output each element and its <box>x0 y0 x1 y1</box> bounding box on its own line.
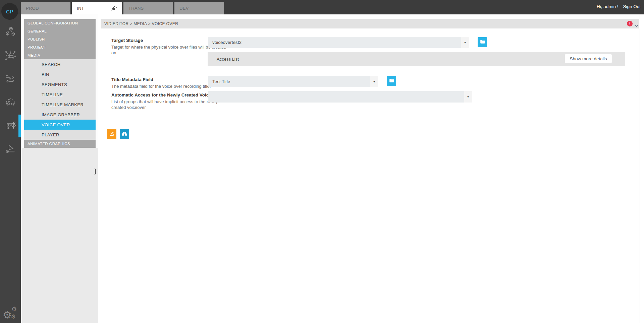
main-content: VIDIEDITOR > MEDIA > VOICE OVER ! Target… <box>98 14 640 323</box>
nav-item-image-grabber[interactable]: IMAGE GRABBER <box>24 110 96 120</box>
tab-prod[interactable]: PROD <box>21 2 70 14</box>
tab-dev[interactable]: DEV <box>174 2 224 14</box>
top-bar: PROD INT TRANS DEV Hi, admin ! Sign Out <box>0 0 644 14</box>
nav-item-media[interactable]: MEDIA <box>24 51 96 59</box>
title-metadata-value: Test Title <box>212 76 230 87</box>
active-section-indicator <box>18 115 21 137</box>
nav-item-timeline-marker[interactable]: TIMELINE MARKER <box>24 100 96 110</box>
dropdown-arrow-icon: ▾ <box>370 76 378 87</box>
plug-icon <box>111 5 117 11</box>
auto-access-label: Automatic Access for the Newly Created V… <box>111 92 221 97</box>
tab-int[interactable]: INT <box>72 2 122 14</box>
title-metadata-browse-button[interactable] <box>387 76 396 86</box>
edit-pencil-icon <box>109 131 114 137</box>
target-storage-browse-button[interactable] <box>478 37 487 47</box>
nav-item-search[interactable]: SEARCH <box>24 59 96 69</box>
building-blocks-icon[interactable] <box>4 26 16 38</box>
search-binoculars-button[interactable] <box>120 129 129 139</box>
tab-label: DEV <box>179 6 189 11</box>
access-list-label: Access List <box>217 52 239 66</box>
nav-item-global-configuration[interactable]: GLOBAL CONFIGURATION <box>24 19 96 27</box>
folder-icon <box>480 40 485 45</box>
nav-item-timeline[interactable]: TIMELINE <box>24 89 96 100</box>
chevron-down-icon[interactable] <box>634 22 639 28</box>
alert-icon[interactable]: ! <box>627 21 633 26</box>
workflow-icon[interactable] <box>4 73 16 85</box>
nav-item-bin[interactable]: BIN <box>24 69 96 79</box>
nav-item-project[interactable]: PROJECT <box>24 43 96 51</box>
title-metadata-label: Title Metadata Field <box>111 77 153 82</box>
nav-item-voice-over[interactable]: VOICE OVER <box>24 120 96 130</box>
tab-trans[interactable]: TRANS <box>123 2 173 14</box>
nav-item-player[interactable]: PLAYER <box>24 130 96 140</box>
target-storage-dropdown[interactable]: voiceovertest2 ▾ <box>208 37 469 48</box>
settings-gears-icon[interactable]: ⚙ ⚙ ⚙ <box>2 305 19 322</box>
config-menu: GLOBAL CONFIGURATION GENERAL PUBLISH PRO… <box>24 19 96 148</box>
show-more-details-button[interactable]: Show more details <box>565 54 612 63</box>
transcode-cycle-icon[interactable] <box>4 96 16 109</box>
nav-item-animated-graphics[interactable]: ANIMATED GRAPHICS <box>24 140 96 148</box>
breadcrumb: VIDIEDITOR > MEDIA > VOICE OVER <box>104 21 178 26</box>
access-list-row: Access List Show more details <box>208 52 625 66</box>
nav-item-segments[interactable]: SEGMENTS <box>24 79 96 89</box>
binoculars-icon <box>122 131 127 137</box>
target-storage-value: voiceovertest2 <box>212 37 241 48</box>
target-storage-label: Target Storage <box>111 38 143 43</box>
nav-panel-background <box>22 148 98 323</box>
text-cursor <box>94 169 97 175</box>
avatar[interactable]: CP <box>1 3 18 20</box>
nav-item-general[interactable]: GENERAL <box>24 27 96 35</box>
tab-label: PROD <box>26 6 39 11</box>
config-nav-panel: GLOBAL CONFIGURATION GENERAL PUBLISH PRO… <box>21 14 98 323</box>
auto-access-dropdown[interactable]: ▾ <box>208 91 472 103</box>
user-greeting: Hi, admin ! <box>597 4 619 9</box>
dropdown-arrow-icon: ▾ <box>461 37 469 48</box>
tab-label: TRANS <box>128 6 144 11</box>
metadata-form-icon[interactable] <box>4 50 16 62</box>
dropdown-arrow-icon: ▾ <box>464 91 472 103</box>
sign-out-link[interactable]: Sign Out <box>623 4 641 9</box>
folder-icon <box>389 78 394 84</box>
icon-sidebar: ⚙ ⚙ ⚙ <box>0 14 21 323</box>
video-editor-icon[interactable] <box>4 120 16 132</box>
nav-item-publish[interactable]: PUBLISH <box>24 35 96 43</box>
edit-button[interactable] <box>107 129 116 139</box>
breadcrumb-bar: VIDIEDITOR > MEDIA > VOICE OVER ! <box>101 19 639 28</box>
tab-label: INT <box>77 6 84 11</box>
publish-player-icon[interactable] <box>4 142 16 154</box>
title-metadata-dropdown[interactable]: Test Title ▾ <box>208 76 378 87</box>
app-root: PROD INT TRANS DEV Hi, admin ! Sign Out … <box>0 0 644 328</box>
